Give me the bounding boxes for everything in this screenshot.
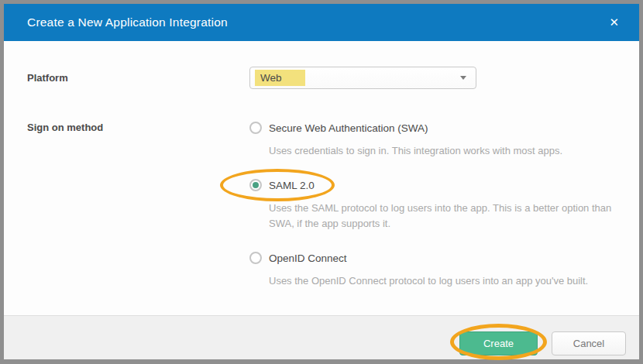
platform-dropdown[interactable]: Web	[249, 67, 476, 89]
create-app-integration-dialog: Create a New Application Integration ✕ P…	[4, 4, 639, 359]
dialog-title: Create a New Application Integration	[27, 15, 228, 29]
option-saml-description: Uses the SAML protocol to log users into…	[269, 201, 624, 232]
option-openid: OpenID Connect Uses the OpenID Connect p…	[249, 252, 639, 289]
radio-openid[interactable]	[249, 252, 262, 264]
radio-swa[interactable]	[249, 122, 262, 134]
option-swa: Secure Web Authentication (SWA) Uses cre…	[249, 122, 639, 159]
dialog-footer: Create Cancel	[4, 315, 639, 359]
option-openid-title: OpenID Connect	[249, 252, 347, 264]
dialog-body: Platform Web Sign on method Secure Web A…	[4, 41, 639, 315]
create-button[interactable]: Create	[459, 331, 538, 355]
close-icon[interactable]: ✕	[606, 14, 622, 32]
cancel-button[interactable]: Cancel	[552, 331, 626, 355]
create-button-wrap: Create	[459, 331, 538, 355]
option-swa-label[interactable]: Secure Web Authentication (SWA)	[269, 122, 428, 134]
platform-label: Platform	[27, 72, 249, 84]
sign-on-options: Secure Web Authentication (SWA) Uses cre…	[249, 120, 639, 309]
sign-on-method-label: Sign on method	[27, 120, 249, 133]
option-saml-label[interactable]: SAML 2.0	[269, 180, 315, 191]
radio-saml[interactable]	[249, 179, 262, 191]
chevron-down-icon	[460, 76, 466, 80]
option-openid-description: Uses the OpenID Connect protocol to log …	[269, 273, 624, 289]
platform-selected-value: Web	[255, 70, 305, 86]
option-openid-label[interactable]: OpenID Connect	[269, 252, 347, 264]
option-saml: SAML 2.0 Uses the SAML protocol to log u…	[249, 179, 639, 232]
option-swa-title: Secure Web Authentication (SWA)	[249, 122, 428, 134]
dialog-header: Create a New Application Integration ✕	[4, 4, 639, 41]
screenshot-frame: Create a New Application Integration ✕ P…	[0, 0, 643, 364]
sign-on-method-row: Sign on method Secure Web Authentication…	[27, 120, 639, 309]
option-swa-description: Uses credentials to sign in. This integr…	[269, 143, 624, 159]
option-saml-title: SAML 2.0	[249, 179, 315, 191]
platform-row: Platform Web	[27, 67, 639, 89]
